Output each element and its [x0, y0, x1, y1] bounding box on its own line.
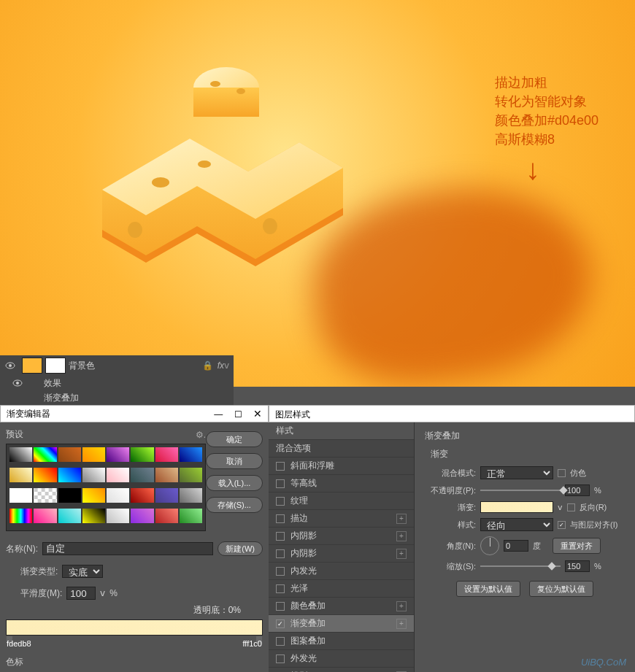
gradient-preset[interactable]	[155, 447, 178, 462]
gradient-preset[interactable]	[155, 509, 178, 523]
gradient-preset[interactable]	[131, 447, 153, 462]
checkbox[interactable]	[276, 619, 285, 628]
cancel-button[interactable]: 取消	[206, 453, 263, 469]
close-icon[interactable]: ✕	[253, 408, 262, 420]
bevel-emboss-item[interactable]: 斜面和浮雕	[269, 457, 414, 475]
visibility-eye-icon[interactable]	[12, 377, 23, 389]
gradient-preset[interactable]	[107, 488, 129, 503]
align-checkbox[interactable]	[558, 521, 566, 529]
color-overlay-item[interactable]: 颜色叠加+	[269, 598, 414, 615]
gradient-preset[interactable]	[58, 447, 81, 462]
checkbox[interactable]	[276, 637, 285, 646]
checkbox[interactable]	[276, 549, 285, 558]
make-default-button[interactable]: 设置为默认值	[456, 581, 520, 597]
gradient-preset[interactable]	[180, 509, 202, 523]
gradient-preset[interactable]	[82, 447, 105, 462]
checkbox[interactable]	[276, 462, 285, 471]
checkbox[interactable]	[276, 584, 285, 593]
plus-icon[interactable]: +	[396, 619, 407, 629]
blend-options-item[interactable]: 混合选项	[269, 440, 414, 457]
gradient-preset[interactable]	[34, 509, 56, 523]
plus-icon[interactable]: +	[396, 514, 407, 524]
gear-icon[interactable]: ⚙.	[196, 430, 206, 440]
gradient-preset[interactable]	[34, 468, 56, 482]
inner-glow-item[interactable]: 内发光	[269, 563, 414, 580]
style-dropdown[interactable]: 径向	[480, 518, 553, 531]
plus-icon[interactable]: +	[396, 601, 407, 611]
scale-input[interactable]	[565, 560, 590, 572]
gradient-preset[interactable]	[9, 447, 32, 462]
opacity-input[interactable]	[565, 484, 590, 496]
gradient-preset[interactable]	[131, 488, 153, 503]
gradient-preset[interactable]	[131, 468, 153, 482]
chevron-down-icon[interactable]: ⅴ	[224, 360, 229, 371]
stroke-item[interactable]: 描边+	[269, 510, 414, 528]
scale-slider[interactable]	[480, 565, 561, 567]
new-button[interactable]: 新建(W)	[218, 541, 263, 556]
layer-row-background[interactable]: 背景色 🔒 fx ⅴ	[0, 355, 234, 376]
angle-dial[interactable]	[480, 536, 499, 555]
texture-item[interactable]: 纹理	[269, 493, 414, 510]
reset-align-button[interactable]: 重置对齐	[553, 538, 601, 554]
gradient-preset[interactable]	[82, 468, 105, 482]
gradient-preset[interactable]	[9, 468, 32, 482]
gradient-type-dropdown[interactable]: 实底	[62, 565, 103, 578]
save-button[interactable]: 存储(S)...	[206, 497, 263, 513]
checkbox[interactable]	[276, 497, 285, 506]
gradient-preset[interactable]	[58, 468, 81, 482]
checkbox[interactable]	[276, 479, 285, 488]
smoothness-input[interactable]	[66, 587, 96, 600]
gradient-preset[interactable]	[180, 488, 202, 503]
gradient-preset[interactable]	[107, 447, 129, 462]
gradient-preset[interactable]	[180, 447, 202, 462]
dither-checkbox[interactable]	[558, 469, 566, 477]
inner-shadow-item[interactable]: 内阴影+	[269, 528, 414, 545]
checkbox[interactable]	[276, 602, 285, 611]
layer-effect-gradient-overlay[interactable]: 渐变叠加	[0, 390, 234, 405]
checkbox[interactable]	[276, 514, 285, 523]
satin-item[interactable]: 光泽	[269, 580, 414, 598]
gradient-editor-titlebar[interactable]: 渐变编辑器 — ☐ ✕	[0, 405, 269, 422]
minimize-icon[interactable]: —	[214, 409, 223, 420]
checkbox[interactable]	[276, 532, 285, 541]
layer-name[interactable]: 背景色	[69, 360, 198, 372]
gradient-preset[interactable]	[82, 509, 105, 523]
gradient-preset[interactable]	[9, 488, 32, 503]
load-button[interactable]: 载入(L)...	[206, 475, 263, 491]
inner-shadow-item[interactable]: 内阴影+	[269, 545, 414, 563]
gradient-preset[interactable]	[34, 447, 56, 462]
lock-icon[interactable]: 🔒	[202, 360, 213, 371]
drop-shadow-item[interactable]: 投影+	[269, 668, 414, 672]
blend-mode-dropdown[interactable]: 正常	[480, 466, 553, 479]
gradient-preset[interactable]	[9, 509, 32, 523]
gradient-bar[interactable]: fdedb8 fff1c0	[6, 619, 263, 636]
fx-icon[interactable]: fx	[218, 360, 224, 371]
layer-effects-row[interactable]: 效果	[0, 376, 234, 390]
gradient-preset[interactable]	[131, 509, 153, 523]
styles-header[interactable]: 样式	[269, 422, 414, 440]
checkbox[interactable]	[276, 654, 285, 663]
gradient-preset[interactable]	[180, 468, 202, 482]
gradient-preset[interactable]	[107, 509, 129, 523]
layer-style-titlebar[interactable]: 图层样式	[269, 405, 635, 422]
gradient-preset[interactable]	[107, 468, 129, 482]
ok-button[interactable]: 确定	[206, 431, 263, 447]
pattern-overlay-item[interactable]: 图案叠加	[269, 633, 414, 650]
gradient-preset[interactable]	[155, 488, 178, 503]
maximize-icon[interactable]: ☐	[234, 409, 242, 420]
contour-item[interactable]: 等高线	[269, 475, 414, 493]
chevron-down-icon[interactable]: ⅴ	[558, 503, 563, 512]
gradient-preset[interactable]	[82, 488, 105, 503]
gradient-preset[interactable]	[58, 509, 81, 523]
chevron-down-icon[interactable]: ⅴ	[100, 588, 105, 598]
gradient-name-input[interactable]	[42, 542, 213, 555]
opacity-slider[interactable]	[480, 490, 561, 491]
reset-default-button[interactable]: 复位为默认值	[529, 581, 593, 597]
outer-glow-item[interactable]: 外发光	[269, 650, 414, 668]
checkbox[interactable]	[276, 567, 285, 576]
gradient-preview[interactable]	[480, 501, 553, 513]
gradient-overlay-item[interactable]: 渐变叠加+	[269, 615, 414, 633]
visibility-eye-icon[interactable]	[4, 360, 16, 371]
reverse-checkbox[interactable]	[567, 503, 575, 511]
gradient-preset[interactable]	[155, 468, 178, 482]
